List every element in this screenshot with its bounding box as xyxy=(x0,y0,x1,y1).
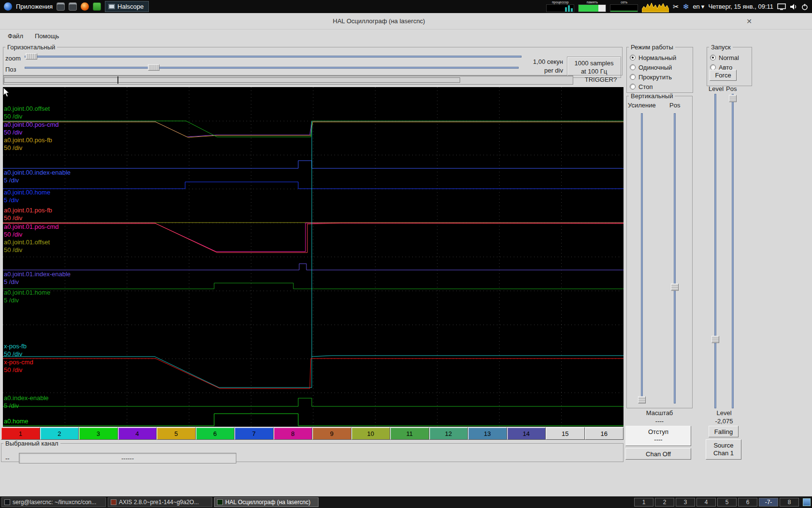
trigger-mode-legend: Запуск xyxy=(709,44,733,51)
tray-icon[interactable] xyxy=(803,498,811,506)
channel-button-2[interactable]: 2 xyxy=(40,427,79,440)
selected-channel-prefix: -- xyxy=(5,455,10,462)
trigger-level-value: -2,075 xyxy=(707,418,741,425)
time-per-div: 1,00 секун per div xyxy=(493,58,563,75)
trigger-position-marker[interactable] xyxy=(117,76,118,84)
workspace-2[interactable]: 2 xyxy=(655,498,674,507)
scope-screen[interactable]: a0.joint.00.offset50 /diva0.joint.00.pos… xyxy=(3,87,624,427)
window-launcher-icon[interactable] xyxy=(57,2,65,11)
workspace-7[interactable]: -7- xyxy=(759,498,778,507)
channel-button-1[interactable]: 1 xyxy=(1,427,40,440)
gain-slider-handle[interactable] xyxy=(638,396,646,403)
zoom-slider-handle[interactable] xyxy=(26,53,37,60)
workspace-pager: 123456-7-8 xyxy=(634,498,799,507)
active-window-button[interactable]: Halscope xyxy=(105,1,149,12)
gain-slider-trough xyxy=(641,113,643,403)
halscope-icon xyxy=(217,499,223,505)
position-label: Поз xyxy=(5,66,16,73)
gain-slider[interactable] xyxy=(638,113,646,403)
taskbar-task-2[interactable]: AXIS 2.8.0~pre1-144~g9a2O... xyxy=(108,497,212,507)
force-trigger-button[interactable]: Force xyxy=(710,70,737,81)
app-launcher-icon[interactable] xyxy=(93,2,101,11)
offset-button[interactable]: Отступ ---- xyxy=(625,426,691,446)
axis-icon xyxy=(111,499,116,505)
workspace-4[interactable]: 4 xyxy=(696,498,716,507)
vertical-pos-slider[interactable] xyxy=(670,113,679,403)
trigger-edge-button[interactable]: Falling xyxy=(709,426,739,437)
trigger-level-handle[interactable] xyxy=(711,336,719,343)
desktop-top-panel: Приложения Halscope процессор память сет… xyxy=(0,0,812,13)
memory-monitor: память xyxy=(578,0,606,13)
trigger-pos-slider[interactable] xyxy=(728,94,737,408)
run-mode-option-2[interactable]: Одиночный xyxy=(630,62,691,72)
workspace-8[interactable]: 8 xyxy=(780,498,799,507)
record-position-bar[interactable] xyxy=(3,75,573,85)
cpu-monitor: процессор xyxy=(546,0,574,13)
channel-button-9[interactable]: 9 xyxy=(312,427,351,440)
snowflake-icon[interactable]: ❄ xyxy=(683,0,689,13)
channel-button-16[interactable]: 16 xyxy=(585,427,624,440)
horizontal-legend: Горизонтальный xyxy=(5,44,57,51)
workspace-6[interactable]: 6 xyxy=(738,498,757,507)
channel-button-3[interactable]: 3 xyxy=(79,427,118,440)
channel-button-15[interactable]: 15 xyxy=(546,427,585,440)
volume-icon[interactable] xyxy=(790,3,798,10)
trigger-level-slider[interactable] xyxy=(711,94,720,408)
display-icon[interactable] xyxy=(777,3,786,10)
run-mode-options: НормальныйОдиночныйПрокрутитьСтоп xyxy=(630,53,691,91)
channel-button-8[interactable]: 8 xyxy=(274,427,313,440)
position-slider-handle[interactable] xyxy=(148,64,160,71)
channel-button-6[interactable]: 6 xyxy=(196,427,235,440)
workspace-3[interactable]: 3 xyxy=(676,498,695,507)
channel-button-14[interactable]: 14 xyxy=(507,427,546,440)
taskbar-task-3[interactable]: HAL Осциллограф (на lasercnc) xyxy=(214,497,319,507)
close-icon[interactable]: ✕ xyxy=(744,16,754,26)
channel-button-4[interactable]: 4 xyxy=(118,427,157,440)
trace-a0.home xyxy=(3,414,624,426)
clock[interactable]: Четверг, 15 янв., 09:11 xyxy=(708,3,773,10)
workspace-1[interactable]: 1 xyxy=(634,498,653,507)
position-slider[interactable] xyxy=(25,64,519,71)
channel-button-12[interactable]: 12 xyxy=(429,427,468,440)
channel-button-11[interactable]: 11 xyxy=(390,427,429,440)
channel-button-5[interactable]: 5 xyxy=(157,427,196,440)
run-mode-option-1[interactable]: Нормальный xyxy=(630,53,691,62)
applications-menu[interactable]: Приложения xyxy=(16,3,53,10)
monitor-icon xyxy=(108,4,115,9)
channel-button-10[interactable]: 10 xyxy=(351,427,391,440)
trace-a0.joint.01.pos-fb xyxy=(3,223,624,253)
selected-channel-value[interactable]: ------ xyxy=(19,453,236,463)
vertical-pos-handle[interactable] xyxy=(671,284,679,291)
trigger-mode-option-1[interactable]: Normal xyxy=(710,53,750,62)
trigger-level-header: Level xyxy=(709,85,724,92)
run-mode-option-label: Прокрутить xyxy=(638,74,672,81)
files-launcher-icon[interactable] xyxy=(69,2,77,11)
channel-button-7[interactable]: 7 xyxy=(234,427,274,440)
menu-item-help[interactable]: Помощь xyxy=(29,30,65,42)
run-mode-option-4[interactable]: Стоп xyxy=(630,82,691,91)
window-title: HAL Осциллограф (на lasercnc) xyxy=(333,17,425,25)
zoom-slider[interactable] xyxy=(25,53,522,60)
chevron-down-icon: ▾ xyxy=(701,3,705,10)
memory-graph xyxy=(578,4,606,12)
window-titlebar[interactable]: HAL Осциллограф (на lasercnc) ✕ xyxy=(0,13,812,30)
browser-icon[interactable] xyxy=(81,2,89,11)
trigger-source-line2: Chan 1 xyxy=(713,449,734,457)
scissors-icon[interactable]: ✂ xyxy=(673,0,679,13)
chan-off-button[interactable]: Chan Off xyxy=(625,448,691,460)
trigger-status-button[interactable]: TRIGGER? xyxy=(583,76,619,85)
language-indicator[interactable]: en ▾ xyxy=(693,3,704,10)
power-icon[interactable] xyxy=(801,3,808,10)
taskbar-task-1[interactable]: serg@lasercnc: ~/linuxcnc/con... xyxy=(1,497,106,507)
vertical-legend: Вертикальный xyxy=(629,92,675,100)
run-mode-option-3[interactable]: Прокрутить xyxy=(630,72,691,82)
cpu-history-sparkline xyxy=(642,0,669,13)
channel-button-13[interactable]: 13 xyxy=(468,427,507,440)
menu-item-file[interactable]: Файл xyxy=(2,30,29,42)
trigger-pos-handle[interactable] xyxy=(729,95,737,102)
workspace-5[interactable]: 5 xyxy=(717,498,737,507)
trigger-source-button[interactable]: Source Chan 1 xyxy=(706,439,741,460)
position-slider-trough xyxy=(25,67,519,69)
samples-info-box[interactable]: 1000 samples at 100 Гц xyxy=(567,57,621,78)
run-mode-option-label: Нормальный xyxy=(638,54,676,61)
